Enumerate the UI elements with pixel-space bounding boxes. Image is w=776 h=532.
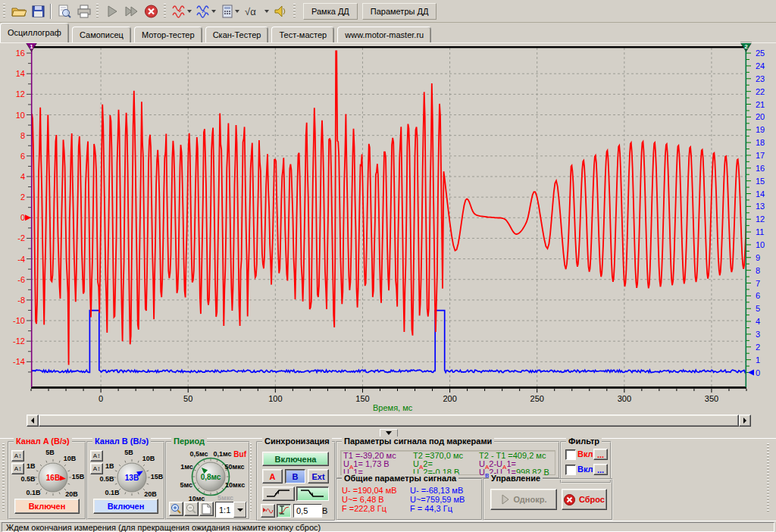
stop-icon [143, 4, 159, 19]
knob-scale-label: 5мкс [217, 494, 233, 502]
sound-button[interactable] [271, 2, 290, 20]
control-bar: Канал A (В/э) A↕ A↕ 16В0.1В0.5В1В5В10В15… [0, 438, 776, 521]
tab-oscilloscope[interactable]: Осциллограф [0, 23, 69, 42]
channel-a-signal-menu-button[interactable] [169, 2, 193, 20]
open-folder-icon [11, 4, 27, 19]
zoom-in-button[interactable] [169, 502, 183, 516]
toolbar-grip[interactable] [293, 4, 296, 19]
page-icon [202, 503, 211, 515]
filter-b-settings-button[interactable]: ... [593, 464, 608, 475]
scroll-left-button[interactable] [27, 415, 39, 427]
filter-panel: Фильтр Вкл ... Вкл ... [560, 441, 612, 483]
channel-b-enabled-button[interactable]: Включен [93, 499, 158, 514]
zoom-out-icon [186, 503, 197, 515]
left-axis-tick-label: -6 [17, 275, 25, 284]
open-file-button[interactable] [8, 2, 28, 20]
common-params-panel: Общие параметры сигнала U- =190,04 мВ U~… [336, 478, 483, 521]
left-axis-tick-label: -10 [13, 316, 25, 325]
oscilloscope-plot[interactable]: 121614121086420-2-4-6-8-10-12-1425242322… [0, 0, 776, 414]
calculator-menu-button[interactable] [217, 2, 242, 20]
right-axis-tick-label: 18 [756, 138, 765, 147]
save-button[interactable] [28, 2, 48, 20]
frame-dd-button[interactable]: Рамка ДД [303, 3, 358, 20]
combo-arrow[interactable] [233, 502, 246, 518]
left-axis-tick-label: 0 [20, 213, 25, 222]
sync-level-button[interactable] [277, 504, 291, 518]
value-segment: U [479, 468, 485, 477]
print-button[interactable] [74, 2, 93, 20]
tab-recorder[interactable]: Самописец [72, 27, 131, 42]
play-outline-icon [501, 494, 510, 505]
motor-master-window: 121614121086420-2-4-6-8-10-12-1425242322… [0, 0, 776, 532]
dropdown-caret [211, 10, 216, 13]
sync-source-a-button[interactable]: A [262, 469, 283, 483]
params-dd-button[interactable]: Параметры ДД [362, 3, 437, 20]
falling-edge-button[interactable] [296, 487, 329, 501]
single-shot-label: Однокр. [514, 495, 547, 504]
reset-zoom-button[interactable] [199, 502, 214, 516]
toolbar-grip[interactable] [164, 4, 166, 19]
zoom-ratio-combobox[interactable]: 1:1 [215, 502, 247, 518]
right-axis-tick-label: 0 [756, 368, 760, 377]
stop-button[interactable] [141, 2, 161, 20]
sync-level-input[interactable] [293, 504, 322, 518]
channel-a-freq-value: F =222,8 Гц [342, 504, 386, 513]
left-axis-tick-label: -8 [17, 296, 25, 305]
zoom-ratio-value: 1:1 [216, 505, 233, 515]
sync-mode-button[interactable] [261, 504, 275, 518]
tab-website[interactable]: www.motor-master.ru [337, 27, 431, 42]
knob-scale-label: 5В [45, 449, 55, 456]
knob-scale-label: 10мкс [225, 481, 245, 489]
rising-edge-button[interactable] [262, 487, 295, 501]
status-bar: Ждем окончания измерения (для прекращени… [0, 521, 776, 532]
panel-grip[interactable] [2, 443, 5, 513]
reset-button[interactable]: Сброс [562, 489, 607, 510]
tab-page-edge [0, 42, 776, 43]
scroll-right-button[interactable] [739, 415, 751, 427]
left-axis-tick-label: 4 [20, 172, 25, 181]
right-arrow-icon [743, 418, 746, 424]
toolbar-grip[interactable] [3, 4, 5, 19]
knob-scale-label: 50мкс [224, 463, 244, 471]
tab-motor-tester[interactable]: Мотор-тестер [134, 27, 202, 42]
right-axis-tick-label: 8 [756, 266, 760, 275]
marker-params-title: Параметры сигнала под маркерами [342, 437, 494, 446]
zoom-out-button[interactable] [184, 502, 199, 516]
left-axis-tick-label: 14 [16, 69, 25, 78]
reset-label: Сброс [579, 495, 605, 504]
right-axis-tick-label: 19 [756, 125, 765, 134]
print-preview-button[interactable] [54, 2, 74, 20]
panel-grip[interactable] [767, 443, 769, 513]
toolbar-grip[interactable] [96, 4, 99, 19]
tab-scan-tester[interactable]: Скан-Тестер [205, 27, 269, 42]
scrollbar-thumb[interactable] [39, 415, 739, 427]
filter-a-settings-button[interactable]: ... [593, 449, 608, 460]
main-toolbar: √α Рамка ДД Параметры ДД [0, 0, 776, 23]
sync-wave-icon [262, 505, 274, 515]
time-scrollbar[interactable] [27, 415, 751, 427]
start-measurement-button[interactable] [102, 2, 121, 20]
math-menu-button[interactable]: √α [242, 2, 271, 20]
channel-a-ac-value: U~= 6,48 В [342, 495, 384, 504]
right-axis-tick-label: 17 [756, 151, 765, 160]
period-panel: Период Buf 0,8мс0,5мс0,1мс1мс50мкс5мс10м… [165, 441, 250, 520]
sync-source-b-button[interactable]: B [285, 469, 305, 483]
tab-test-master[interactable]: Тест-мастер [271, 27, 334, 42]
knob-value: 13В [125, 474, 139, 482]
knob-scale-label: 0,5мс [190, 450, 208, 458]
knob-scale-label: 20В [65, 490, 78, 498]
channel-a-enabled-button[interactable]: Включен [14, 499, 80, 514]
channel-b-signal-menu-button[interactable] [193, 2, 217, 20]
sync-enabled-button[interactable]: Включена [262, 452, 329, 466]
filter-b-checkbox[interactable] [565, 465, 576, 475]
start-series-button[interactable] [121, 2, 141, 20]
sync-source-ext-button[interactable]: Ext [308, 469, 329, 483]
filter-a-checkbox[interactable] [565, 449, 576, 460]
knob-scale-label: 0.5В [100, 475, 114, 483]
right-axis-tick-label: 9 [756, 253, 760, 262]
single-shot-button[interactable]: Однокр. [490, 489, 557, 510]
right-axis-tick-label: 24 [756, 61, 765, 70]
dropdown-caret [235, 10, 239, 13]
marker-params-values: T1 =-39,20 мс T2 =370,0 мс T2 - T1 =409,… [340, 450, 555, 475]
right-axis-tick-label: 21 [756, 100, 765, 109]
